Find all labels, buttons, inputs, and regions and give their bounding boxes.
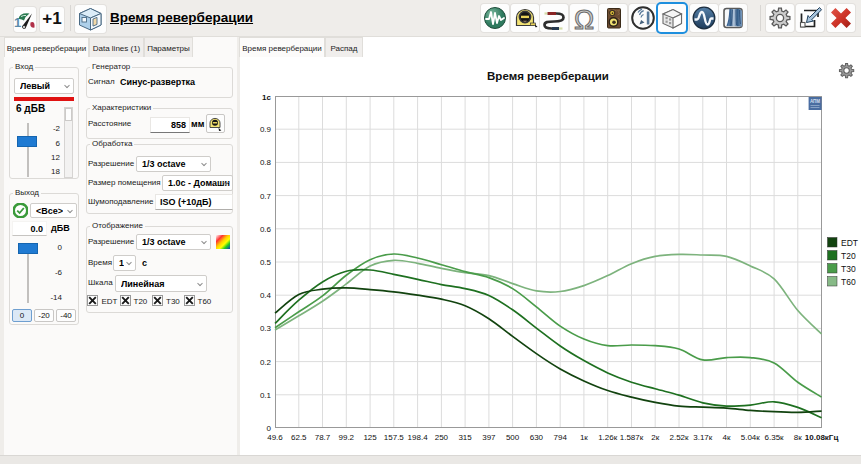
svg-text:1.26к: 1.26к: [598, 433, 618, 442]
svg-text:10.08кГц: 10.08кГц: [805, 433, 839, 442]
svg-text:0.3: 0.3: [260, 324, 272, 333]
svg-text:0.9: 0.9: [260, 125, 272, 134]
svg-text:794: 794: [554, 433, 568, 442]
svg-text:T60: T60: [841, 277, 856, 287]
svg-text:99.2: 99.2: [339, 433, 355, 442]
svg-text:78.7: 78.7: [315, 433, 331, 442]
svg-text:315: 315: [458, 433, 472, 442]
svg-text:0.4: 0.4: [260, 291, 272, 300]
svg-text:1к: 1к: [580, 433, 588, 442]
svg-text:T20: T20: [841, 251, 856, 261]
svg-text:0.6: 0.6: [260, 225, 272, 234]
svg-text:0.7: 0.7: [260, 192, 272, 201]
svg-text:0.2: 0.2: [260, 358, 272, 367]
svg-text:6.35к: 6.35к: [765, 433, 785, 442]
svg-text:2к: 2к: [651, 433, 659, 442]
svg-text:49.6: 49.6: [267, 433, 283, 442]
svg-text:125: 125: [363, 433, 377, 442]
svg-text:8к: 8к: [794, 433, 802, 442]
svg-text:T30: T30: [841, 264, 856, 274]
svg-text:3.17к: 3.17к: [693, 433, 713, 442]
svg-text:0.8: 0.8: [260, 158, 272, 167]
svg-text:2.52к: 2.52к: [669, 433, 689, 442]
svg-text:630: 630: [530, 433, 544, 442]
svg-text:397: 397: [482, 433, 496, 442]
svg-text:4к: 4к: [723, 433, 731, 442]
svg-text:Время реверберации: Время реверберации: [487, 70, 609, 82]
svg-text:198.4: 198.4: [408, 433, 429, 442]
svg-text:Ω: Ω: [573, 5, 593, 33]
svg-text:1.587к: 1.587к: [620, 433, 644, 442]
svg-text:EDT: EDT: [841, 238, 858, 248]
svg-text:0.1: 0.1: [260, 391, 272, 400]
svg-text:АПМ: АПМ: [810, 99, 820, 104]
svg-text:500: 500: [506, 433, 520, 442]
svg-text:157.5: 157.5: [384, 433, 405, 442]
svg-text:0: 0: [267, 424, 272, 433]
svg-text:5.04к: 5.04к: [741, 433, 761, 442]
svg-text:250: 250: [435, 433, 449, 442]
svg-text:0.5: 0.5: [260, 258, 272, 267]
svg-text:1с: 1с: [262, 93, 271, 102]
svg-text:62.5: 62.5: [291, 433, 307, 442]
